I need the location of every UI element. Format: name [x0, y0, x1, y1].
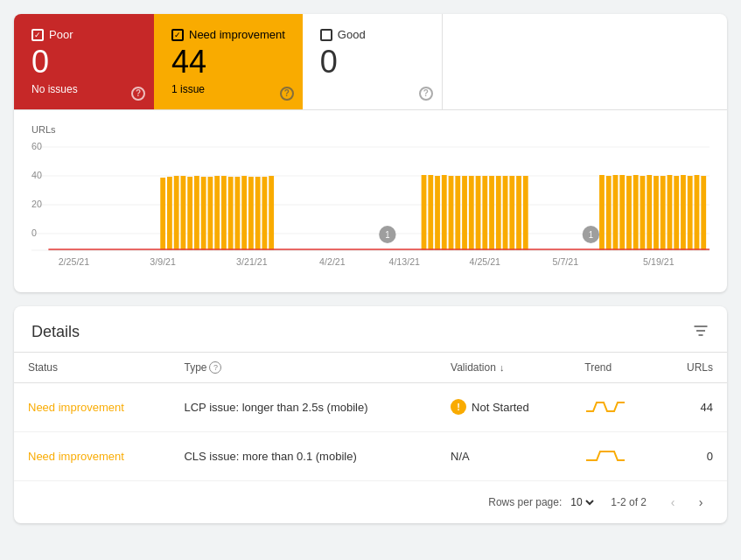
col-type[interactable]: Type ? [170, 353, 437, 383]
svg-rect-21 [241, 176, 247, 250]
row2-trend [570, 431, 659, 480]
status-card-good: Good 0 ? [303, 14, 443, 109]
pagination: Rows per page: 10 25 50 1-2 of 2 ‹ › [14, 480, 727, 523]
svg-rect-34 [462, 176, 467, 250]
good-checkbox[interactable] [320, 29, 332, 41]
svg-rect-35 [469, 176, 474, 250]
svg-rect-55 [661, 176, 666, 250]
svg-text:2/25/21: 2/25/21 [59, 256, 90, 266]
pagination-nav: ‹ › [661, 490, 713, 514]
svg-rect-11 [174, 176, 179, 250]
rows-per-page-select[interactable]: 10 25 50 [567, 495, 597, 509]
poor-checkbox[interactable]: ✓ [31, 29, 44, 41]
svg-rect-29 [428, 175, 433, 250]
need-improvement-count: 44 [171, 45, 285, 80]
svg-text:4/13/21: 4/13/21 [388, 256, 420, 266]
chart-svg: 60 40 20 0 [31, 138, 710, 278]
good-count: 0 [320, 45, 424, 80]
svg-rect-13 [187, 177, 192, 250]
svg-rect-60 [695, 175, 700, 250]
svg-rect-51 [633, 175, 639, 250]
svg-rect-18 [221, 176, 227, 250]
svg-rect-19 [228, 177, 234, 250]
svg-rect-53 [647, 175, 652, 250]
trend-chart-1 [584, 396, 626, 416]
sort-down-icon[interactable]: ↓ [500, 362, 505, 373]
svg-rect-25 [269, 176, 274, 250]
svg-rect-22 [248, 177, 254, 250]
svg-text:60: 60 [31, 140, 42, 150]
need-improvement-label[interactable]: ✓ Need improvement [171, 28, 285, 41]
svg-text:0: 0 [31, 227, 37, 237]
need-improvement-checkbox[interactable]: ✓ [171, 29, 184, 41]
pagination-rows-per-page: Rows per page: 10 25 50 [488, 495, 597, 509]
svg-rect-24 [262, 177, 268, 250]
col-validation[interactable]: Validation ↓ [437, 353, 570, 383]
svg-rect-43 [523, 176, 528, 250]
svg-rect-12 [181, 176, 186, 250]
svg-rect-15 [201, 177, 206, 250]
svg-rect-61 [701, 176, 706, 250]
svg-rect-32 [449, 176, 454, 250]
svg-rect-36 [476, 176, 481, 250]
warning-icon: ! [451, 399, 466, 415]
chart-container: 60 40 20 0 [31, 138, 710, 278]
svg-rect-39 [496, 176, 501, 250]
details-title: Details [31, 323, 80, 341]
poor-count: 0 [31, 45, 136, 80]
type-help-icon[interactable]: ? [209, 361, 221, 374]
svg-text:5/19/21: 5/19/21 [643, 256, 675, 266]
svg-text:5/7/21: 5/7/21 [553, 256, 579, 266]
col-trend: Trend [570, 353, 659, 383]
svg-rect-38 [489, 176, 494, 250]
chart-y-label: URLs [31, 124, 710, 135]
svg-text:3/21/21: 3/21/21 [236, 256, 268, 266]
row1-trend [570, 382, 659, 431]
details-table: Status Type ? Validation ↓ Trend URLs [14, 353, 727, 480]
svg-rect-40 [503, 176, 508, 250]
svg-rect-59 [688, 176, 693, 250]
pagination-prev-button[interactable]: ‹ [661, 490, 685, 514]
svg-rect-58 [681, 175, 686, 250]
row2-status: Need improvement [14, 431, 170, 480]
status-card-poor: ✓ Poor 0 No issues ? [14, 14, 154, 109]
svg-rect-23 [255, 177, 261, 250]
good-help-icon[interactable]: ? [419, 87, 433, 101]
svg-rect-10 [167, 177, 172, 250]
row1-urls: 44 [659, 382, 727, 431]
svg-rect-46 [599, 175, 605, 250]
svg-text:40: 40 [31, 169, 42, 179]
row1-type: LCP issue: longer than 2.5s (mobile) [170, 382, 437, 431]
pagination-range: 1-2 of 2 [611, 496, 647, 508]
rows-per-page-label: Rows per page: [488, 496, 562, 508]
svg-rect-33 [455, 176, 460, 250]
svg-rect-28 [422, 175, 427, 250]
pagination-next-button[interactable]: › [689, 490, 713, 514]
svg-rect-16 [208, 177, 213, 250]
poor-help-icon[interactable]: ? [131, 87, 145, 101]
svg-rect-41 [509, 176, 514, 250]
filter-icon[interactable] [692, 322, 710, 343]
row1-status: Need improvement [14, 382, 170, 431]
svg-text:1: 1 [589, 229, 593, 239]
svg-rect-52 [640, 176, 646, 250]
svg-rect-48 [613, 175, 619, 250]
good-label[interactable]: Good [320, 28, 424, 41]
table-row: Need improvement CLS issue: more than 0.… [14, 431, 727, 480]
need-improvement-subtext: 1 issue [171, 83, 285, 95]
svg-rect-9 [160, 178, 165, 250]
svg-text:20: 20 [31, 198, 42, 208]
need-improvement-help-icon[interactable]: ? [280, 87, 294, 101]
svg-rect-17 [214, 176, 220, 250]
poor-label[interactable]: ✓ Poor [31, 28, 136, 41]
svg-rect-30 [435, 176, 440, 250]
details-card: Details Status Type ? Vali [14, 306, 727, 523]
svg-rect-50 [626, 176, 632, 250]
status-card-need-improvement: ✓ Need improvement 44 1 issue ? [154, 14, 303, 109]
poor-subtext: No issues [31, 83, 136, 95]
row2-validation: N/A [437, 431, 570, 480]
svg-rect-31 [442, 175, 447, 250]
svg-text:4/2/21: 4/2/21 [319, 256, 346, 266]
row2-type: CLS issue: more than 0.1 (mobile) [170, 431, 437, 480]
svg-text:4/25/21: 4/25/21 [470, 256, 501, 266]
